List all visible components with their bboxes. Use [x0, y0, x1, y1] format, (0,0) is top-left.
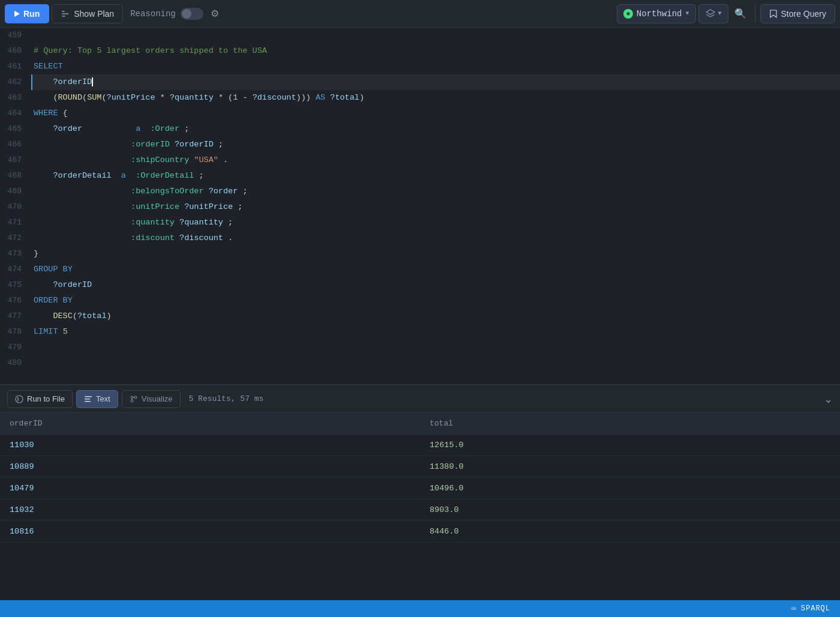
- line-number: 470: [0, 199, 31, 215]
- line-number: 466: [0, 137, 31, 152]
- line-number: 465: [0, 121, 31, 137]
- line-content: [31, 28, 840, 43]
- reasoning-toggle: Reasoning: [130, 8, 203, 20]
- code-line: 460# Query: Top 5 largest orders shipped…: [0, 43, 840, 59]
- cell-total: 11380.0: [420, 456, 840, 478]
- line-content: # Query: Top 5 largest orders shipped to…: [31, 43, 840, 59]
- code-line: 477 DESC(?total): [0, 308, 840, 324]
- line-number: 462: [0, 74, 31, 90]
- settings-button[interactable]: ⚙: [206, 5, 224, 23]
- svg-point-3: [16, 396, 23, 403]
- cell-orderid: 11030: [0, 435, 420, 456]
- line-number: 469: [0, 184, 31, 199]
- code-line: 478LIMIT 5: [0, 324, 840, 340]
- line-number: 467: [0, 152, 31, 168]
- svg-point-7: [131, 400, 133, 402]
- store-query-button[interactable]: Store Query: [760, 4, 835, 23]
- column-orderid: orderID: [0, 413, 420, 435]
- visualize-button[interactable]: Visualize: [122, 390, 181, 408]
- code-line: 462 ?orderID: [0, 74, 840, 90]
- line-number: 468: [0, 168, 31, 184]
- toolbar-divider: [755, 5, 755, 23]
- database-selector[interactable]: ◉ Northwind ▼: [617, 4, 696, 23]
- layers-chevron-icon: ▼: [718, 10, 722, 17]
- language-label: SPARQL: [801, 604, 830, 613]
- line-number: 475: [0, 277, 31, 293]
- toolbar: Run Show Plan Reasoning ⚙ ◉ Northwind ▼ …: [0, 0, 840, 28]
- line-number: 471: [0, 215, 31, 230]
- code-line: 474GROUP BY: [0, 262, 840, 277]
- show-plan-button[interactable]: Show Plan: [52, 4, 123, 23]
- gear-icon: ⚙: [211, 8, 219, 19]
- code-line: 466 :orderID ?orderID ;: [0, 137, 840, 152]
- line-content: :quantity ?quantity ;: [31, 215, 840, 230]
- run-to-file-button[interactable]: Run to File: [7, 390, 73, 408]
- code-line: 472 :discount ?discount .: [0, 230, 840, 246]
- status-bar: ⌨ SPARQL: [0, 600, 840, 617]
- table-row: 1047910496.0: [0, 478, 840, 499]
- bottom-toolbar: Run to File Text Visualize 5 Results, 57…: [0, 385, 840, 413]
- table-header: orderID total: [0, 413, 840, 435]
- play-icon: [14, 11, 20, 17]
- line-content: :belongsToOrder ?order ;: [31, 184, 840, 199]
- bookmark-icon: [769, 9, 778, 19]
- header-row: orderID total: [0, 413, 840, 435]
- search-button[interactable]: 🔍: [731, 4, 750, 23]
- code-line: 468 ?orderDetail a :OrderDetail ;: [0, 168, 840, 184]
- reasoning-label: Reasoning: [130, 9, 176, 19]
- code-line: 476ORDER BY: [0, 293, 840, 308]
- line-number: 474: [0, 262, 31, 277]
- column-total: total: [420, 413, 840, 435]
- code-line: 459: [0, 28, 840, 43]
- run-label: Run: [23, 9, 40, 19]
- reasoning-switch[interactable]: [181, 8, 203, 20]
- table-row: 110328903.0: [0, 499, 840, 521]
- text-cursor: [92, 77, 93, 86]
- text-label: Text: [96, 394, 110, 403]
- show-plan-label: Show Plan: [74, 9, 114, 19]
- line-number: 477: [0, 308, 31, 324]
- db-chevron-icon: ▼: [685, 10, 689, 17]
- text-button[interactable]: Text: [76, 390, 118, 408]
- svg-rect-6: [85, 401, 91, 402]
- keyboard-icon: ⌨: [791, 604, 796, 614]
- line-content: DESC(?total): [31, 308, 840, 324]
- cell-total: 8903.0: [420, 499, 840, 521]
- line-content: [31, 340, 840, 355]
- line-content: GROUP BY: [31, 262, 840, 277]
- results-container: orderID total 1103012615.01088911380.010…: [0, 413, 840, 601]
- line-content: :unitPrice ?unitPrice ;: [31, 199, 840, 215]
- layers-icon: [705, 8, 716, 19]
- code-line: 475 ?orderID: [0, 277, 840, 293]
- line-number: 463: [0, 90, 31, 106]
- results-body: 1103012615.01088911380.01047910496.01103…: [0, 435, 840, 543]
- line-content: ?orderID: [31, 74, 840, 90]
- line-number: 480: [0, 355, 31, 371]
- cell-orderid: 11032: [0, 499, 420, 521]
- code-line: 463 (ROUND(SUM(?unitPrice * ?quantity * …: [0, 90, 840, 106]
- svg-rect-2: [62, 16, 65, 17]
- bottom-panel: Run to File Text Visualize 5 Results, 57…: [0, 384, 840, 617]
- run-to-file-label: Run to File: [27, 394, 65, 403]
- expand-button[interactable]: ⌄: [824, 393, 833, 406]
- run-to-file-icon: [15, 395, 23, 403]
- code-line: 467 :shipCountry "USA" .: [0, 152, 840, 168]
- cell-total: 12615.0: [420, 435, 840, 456]
- code-line: 469 :belongsToOrder ?order ;: [0, 184, 840, 199]
- line-number: 460: [0, 43, 31, 59]
- run-button[interactable]: Run: [5, 4, 49, 23]
- table-row: 108168446.0: [0, 521, 840, 543]
- editor-area[interactable]: 459 460# Query: Top 5 largest orders shi…: [0, 28, 840, 384]
- line-content: :discount ?discount .: [31, 230, 840, 246]
- cell-total: 8446.0: [420, 521, 840, 543]
- svg-point-9: [131, 396, 133, 399]
- code-line: 479: [0, 340, 840, 355]
- layers-button[interactable]: ▼: [698, 4, 728, 23]
- code-line: 464WHERE {: [0, 106, 840, 121]
- cell-total: 10496.0: [420, 478, 840, 499]
- line-number: 461: [0, 59, 31, 74]
- db-name: Northwind: [637, 9, 682, 19]
- table-row: 1103012615.0: [0, 435, 840, 456]
- line-content: ORDER BY: [31, 293, 840, 308]
- svg-rect-5: [85, 399, 90, 400]
